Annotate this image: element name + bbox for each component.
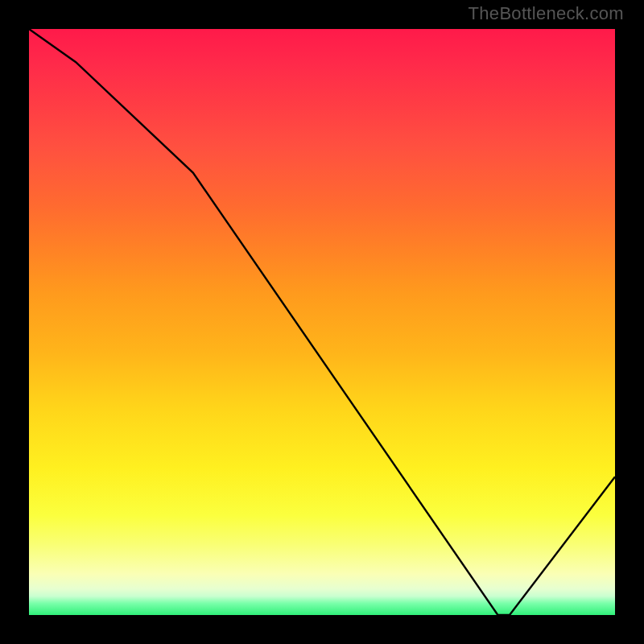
chart-line-series — [29, 29, 615, 615]
chart-plot-area — [29, 29, 615, 615]
watermark-text: TheBottleneck.com — [469, 3, 624, 24]
